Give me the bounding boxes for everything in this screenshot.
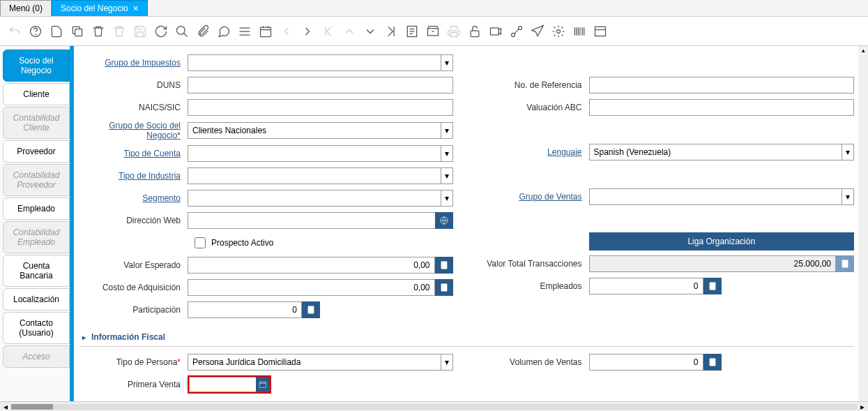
tipo-cuenta-select[interactable]: ▾ <box>188 145 453 162</box>
tipo-industria-select[interactable]: ▾ <box>188 167 453 184</box>
chevron-down-icon[interactable]: ▾ <box>441 122 453 139</box>
direccion-web-input[interactable] <box>188 212 435 229</box>
empleados-input[interactable] <box>589 278 703 294</box>
naics-input[interactable] <box>188 99 453 116</box>
last-icon[interactable] <box>383 24 399 39</box>
participacion-input[interactable] <box>188 301 302 318</box>
sidebar-item-0[interactable]: Socio del Negocio <box>3 50 70 82</box>
segmento-input[interactable] <box>188 190 441 207</box>
sidebar-item-5[interactable]: Empleado <box>3 197 70 220</box>
calendar-icon[interactable] <box>256 377 270 392</box>
calculator-icon[interactable] <box>703 354 722 371</box>
refresh-icon[interactable] <box>153 24 169 39</box>
sidebar-item-1[interactable]: Cliente <box>3 83 70 105</box>
first-icon[interactable] <box>321 24 336 39</box>
duns-input[interactable] <box>188 77 453 94</box>
print-icon[interactable] <box>446 24 462 39</box>
grid-icon[interactable] <box>237 24 252 39</box>
svg-rect-4 <box>261 27 271 36</box>
tipo-persona-input[interactable] <box>188 354 441 371</box>
gear-icon[interactable] <box>551 24 566 39</box>
chevron-down-icon[interactable]: ▾ <box>441 190 453 207</box>
grupo-socio-label[interactable]: Grupo de Socio del Negocio* <box>79 121 188 140</box>
chevron-down-icon[interactable]: ▾ <box>842 188 854 205</box>
calculator-icon[interactable] <box>435 279 453 296</box>
svg-rect-14 <box>442 262 446 264</box>
volumen-ventas-input[interactable] <box>589 354 703 371</box>
prev-icon[interactable] <box>279 24 294 39</box>
svg-rect-7 <box>491 28 499 35</box>
down-icon[interactable] <box>363 24 378 39</box>
chevron-down-icon[interactable]: ▾ <box>441 167 453 184</box>
grupo-ventas-label[interactable]: Grupo de Ventas <box>481 192 589 202</box>
calendar-icon[interactable] <box>258 24 273 39</box>
workflow-icon[interactable] <box>509 24 524 39</box>
no-ref-input[interactable] <box>589 77 855 94</box>
undo-icon[interactable] <box>7 24 22 39</box>
delete2-icon[interactable] <box>112 24 127 39</box>
valor-esperado-input[interactable] <box>188 257 435 274</box>
attach-icon[interactable] <box>195 24 211 39</box>
close-icon[interactable]: ✕ <box>132 4 139 13</box>
calculator-icon[interactable] <box>703 278 722 294</box>
vertical-scrollbar[interactable]: ▴ <box>858 46 868 401</box>
lenguaje-label[interactable]: Lenguaje <box>481 147 589 157</box>
costo-adq-input[interactable] <box>188 279 435 296</box>
save-icon[interactable] <box>132 24 148 39</box>
svg-rect-18 <box>309 307 313 308</box>
primera-venta-field[interactable] <box>188 375 271 394</box>
lenguaje-select[interactable]: ▾ <box>589 144 855 160</box>
chevron-down-icon[interactable]: ▾ <box>842 144 854 160</box>
calculator-icon[interactable] <box>302 301 320 318</box>
grupo-impuestos-label[interactable]: Grupo de Impuestos <box>79 58 188 68</box>
grupo-socio-input[interactable] <box>188 122 441 139</box>
tipo-cuenta-label[interactable]: Tipo de Cuenta <box>79 149 188 158</box>
copy-icon[interactable] <box>70 24 85 39</box>
grupo-ventas-input[interactable] <box>589 188 842 205</box>
primera-venta-input[interactable] <box>189 377 256 392</box>
liga-organizacion-button[interactable]: Liga Organización <box>589 232 855 251</box>
search-icon[interactable] <box>174 24 190 39</box>
horizontal-scrollbar[interactable]: ◂ ▸ <box>0 401 868 411</box>
grupo-impuestos-select[interactable]: ▾ <box>188 54 453 71</box>
report-icon[interactable] <box>404 24 420 39</box>
sidebar-item-9[interactable]: Contacto (Usuario) <box>3 312 70 344</box>
tipo-industria-input[interactable] <box>188 167 441 184</box>
sidebar-item-3[interactable]: Proveedor <box>3 140 70 163</box>
zoom-icon[interactable] <box>488 24 503 39</box>
chevron-down-icon[interactable]: ▾ <box>441 54 453 71</box>
tab-menu[interactable]: Menú (0) <box>0 0 52 16</box>
globe-icon[interactable] <box>435 212 453 229</box>
delete-icon[interactable] <box>91 24 106 39</box>
archive-icon[interactable] <box>425 24 441 39</box>
segmento-label[interactable]: Segmento <box>79 193 188 203</box>
tipo-industria-label[interactable]: Tipo de Industria <box>79 171 188 181</box>
section-informacion-fiscal[interactable]: ▸ Información Fiscal <box>79 328 854 347</box>
send-icon[interactable] <box>530 24 545 39</box>
sidebar-item-8[interactable]: Localización <box>3 288 70 311</box>
chevron-down-icon[interactable]: ▾ <box>441 354 453 371</box>
next-icon[interactable] <box>300 24 315 39</box>
barcode-icon[interactable] <box>572 24 587 39</box>
grupo-impuestos-input[interactable] <box>188 54 441 71</box>
new-icon[interactable] <box>49 24 64 39</box>
up-icon[interactable] <box>342 24 357 39</box>
tipo-persona-select[interactable]: ▾ <box>188 354 453 371</box>
tipo-cuenta-input[interactable] <box>188 145 441 162</box>
valuacion-abc-input[interactable] <box>589 99 855 116</box>
valor-total-label: Valor Total Transacciones <box>481 259 589 269</box>
calculator-icon[interactable] <box>435 257 453 274</box>
tab-socio-negocio[interactable]: Socio del Negocio ✕ <box>52 0 148 16</box>
chevron-down-icon[interactable]: ▾ <box>441 145 453 162</box>
grupo-ventas-select[interactable]: ▾ <box>589 188 855 205</box>
chat-icon[interactable] <box>216 24 231 39</box>
form-icon[interactable] <box>593 24 608 39</box>
prospecto-checkbox[interactable] <box>195 237 206 248</box>
help-icon[interactable] <box>28 24 43 39</box>
lock-icon[interactable] <box>467 24 482 39</box>
content-area: Grupo de Impuestos ▾ DUNS NAICS/SIC <box>74 46 868 411</box>
lenguaje-input[interactable] <box>589 144 842 160</box>
sidebar-item-7[interactable]: Cuenta Bancaria <box>3 255 70 287</box>
segmento-select[interactable]: ▾ <box>188 190 453 207</box>
grupo-socio-select[interactable]: ▾ <box>188 122 453 139</box>
